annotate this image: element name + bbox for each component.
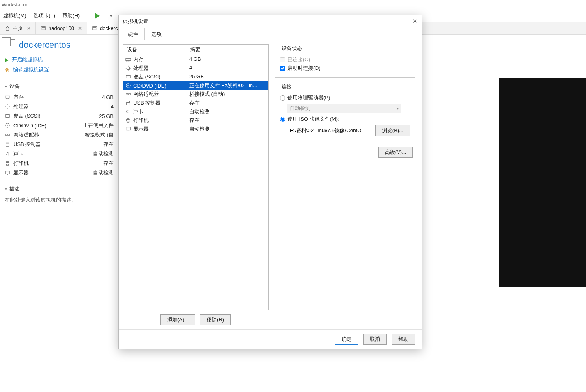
device-label: 显示器 (133, 125, 149, 133)
dialog-titlebar: 虚拟机设置 ✕ (119, 15, 422, 28)
ok-button[interactable]: 确定 (335, 334, 358, 345)
svg-point-20 (128, 85, 129, 86)
device-summary: 4 (186, 65, 268, 72)
device-table-row[interactable]: 内存4 GB (123, 55, 268, 64)
sidebar-device-row[interactable]: 打印机存在 (4, 159, 114, 168)
vm-console-preview[interactable] (499, 78, 586, 287)
vm-name: dockercentos (19, 40, 71, 50)
device-table-row[interactable]: 显示器自动检测 (123, 125, 268, 133)
menu-vm[interactable]: 虚拟机(M) (3, 12, 26, 19)
device-status-legend: 设备状态 (280, 45, 304, 52)
device-label: 网络适配器 (133, 91, 159, 98)
device-label: 打印机 (13, 160, 103, 167)
sidebar-device-row[interactable]: 显示器自动检测 (4, 168, 114, 177)
menu-help[interactable]: 帮助(H) (62, 12, 80, 19)
device-value: 存在 (103, 160, 114, 167)
close-dialog-button[interactable]: ✕ (412, 18, 418, 25)
run-dropdown[interactable]: ▼ (109, 14, 113, 18)
tab-hardware[interactable]: 硬件 (121, 28, 145, 40)
play-icon: ▶ (5, 57, 9, 63)
tab-home-label: 主页 (13, 25, 23, 32)
svg-rect-11 (6, 142, 9, 144)
device-table-row[interactable]: USB 控制器存在 (123, 99, 268, 107)
svg-rect-10 (8, 134, 9, 136)
devices-section-head[interactable]: ▼ 设备 (4, 83, 114, 90)
device-table-row[interactable]: 处理器4 (123, 64, 268, 73)
tab-options[interactable]: 选项 (145, 28, 168, 40)
device-summary: 25 GB (186, 73, 268, 80)
svg-rect-13 (6, 162, 9, 164)
menu-tabs[interactable]: 选项卡(T) (34, 12, 56, 19)
cpu-icon (125, 65, 131, 71)
edit-settings-link[interactable]: 🛠 编辑虚拟机设置 (4, 65, 114, 75)
dialog-title: 虚拟机设置 (123, 18, 148, 25)
device-table-row[interactable]: 硬盘 (SCSI)25 GB (123, 73, 268, 81)
app-title: Workstation (0, 0, 586, 9)
add-device-button[interactable]: 添加(A)... (160, 314, 195, 325)
browse-button[interactable]: 浏览(B)... (375, 125, 410, 136)
vm-icon (92, 26, 97, 31)
device-table-row[interactable]: 打印机存在 (123, 116, 268, 125)
iso-radio[interactable] (280, 117, 285, 122)
device-label: 网络适配器 (13, 131, 85, 138)
sidebar-device-row[interactable]: 处理器4 (4, 102, 114, 111)
sidebar-device-list: 内存4 GB处理器4硬盘 (SCSI)25 GBCD/DVD (IDE)正在使用… (4, 92, 114, 177)
description-section-label: 描述 (9, 185, 20, 192)
device-label: 声卡 (13, 150, 93, 157)
device-summary: 桥接模式 (自动) (186, 91, 268, 98)
connection-group: 连接 使用物理驱动器(P): 自动检测 ▾ 使用 ISO 映像文件(M): 浏览… (275, 83, 415, 141)
tab-home[interactable]: 主页 ✕ (0, 22, 36, 34)
advanced-button[interactable]: 高级(V)... (378, 147, 413, 158)
device-label: 打印机 (133, 117, 149, 124)
cancel-button[interactable]: 取消 (363, 334, 387, 345)
svg-rect-22 (129, 93, 130, 95)
svg-point-19 (126, 84, 131, 88)
physical-drive-radio[interactable] (280, 95, 285, 101)
sidebar-device-row[interactable]: 声卡自动检测 (4, 149, 114, 159)
remove-device-button[interactable]: 移除(R) (200, 314, 231, 325)
device-status-group: 设备状态 已连接(C) 启动时连接(O) (275, 45, 415, 78)
device-value: 自动检测 (93, 150, 114, 157)
device-summary: 正在使用文件 F:\资料\02_lin... (186, 82, 268, 89)
physical-drive-select: 自动检测 ▾ (287, 104, 401, 113)
device-table-row[interactable]: CD/DVD (IDE)正在使用文件 F:\资料\02_lin... (123, 81, 268, 90)
help-button[interactable]: 帮助 (392, 334, 415, 345)
device-value: 25 GB (99, 113, 114, 119)
device-summary: 存在 (186, 99, 268, 106)
iso-radio-row[interactable]: 使用 ISO 映像文件(M): (280, 115, 410, 123)
cpu-icon (5, 104, 13, 109)
description-section-head[interactable]: ▼ 描述 (4, 185, 114, 192)
sidebar-device-row[interactable]: CD/DVD (IDE)正在使用文件 (4, 121, 114, 130)
disk-icon (5, 113, 13, 119)
power-on-link[interactable]: ▶ 开启此虚拟机 (4, 54, 114, 65)
run-button[interactable] (94, 13, 101, 19)
printer-icon (125, 118, 131, 123)
device-label: 声卡 (133, 108, 144, 115)
svg-rect-15 (6, 164, 8, 166)
device-value: 桥接模式 (自 (85, 131, 114, 138)
sidebar-device-row[interactable]: 网络适配器桥接模式 (自 (4, 130, 114, 140)
close-icon[interactable]: ✕ (27, 26, 31, 31)
devices-section-label: 设备 (9, 83, 20, 90)
close-icon[interactable]: ✕ (78, 26, 82, 31)
physical-drive-radio-row[interactable]: 使用物理驱动器(P): (280, 93, 410, 102)
device-label: USB 控制器 (133, 99, 160, 106)
home-icon (5, 26, 10, 31)
iso-path-input[interactable] (287, 126, 372, 135)
connect-at-power-row[interactable]: 启动时连接(O) (280, 64, 410, 73)
sidebar-device-row[interactable]: USB 控制器存在 (4, 140, 114, 149)
device-table-row[interactable]: 声卡自动检测 (123, 107, 268, 116)
tab-hadoop[interactable]: hadoop100 ✕ (36, 22, 87, 34)
sidebar-device-row[interactable]: 内存4 GB (4, 92, 114, 102)
svg-rect-23 (127, 101, 130, 103)
sidebar-device-row[interactable]: 硬盘 (SCSI)25 GB (4, 111, 114, 121)
vm-large-icon (4, 39, 15, 50)
description-placeholder[interactable]: 在此处键入对该虚拟机的描述。 (4, 195, 114, 205)
usb-icon (125, 100, 131, 106)
device-table-row[interactable]: 网络适配器桥接模式 (自动) (123, 90, 268, 99)
connect-at-power-checkbox[interactable] (280, 66, 285, 71)
device-table: 设备 摘要 内存4 GB处理器4硬盘 (SCSI)25 GBCD/DVD (ID… (123, 44, 269, 310)
iso-path-row: 浏览(B)... (287, 125, 410, 136)
physical-drive-value: 自动检测 (290, 105, 310, 112)
device-buttons: 添加(A)... 移除(R) (123, 310, 269, 325)
